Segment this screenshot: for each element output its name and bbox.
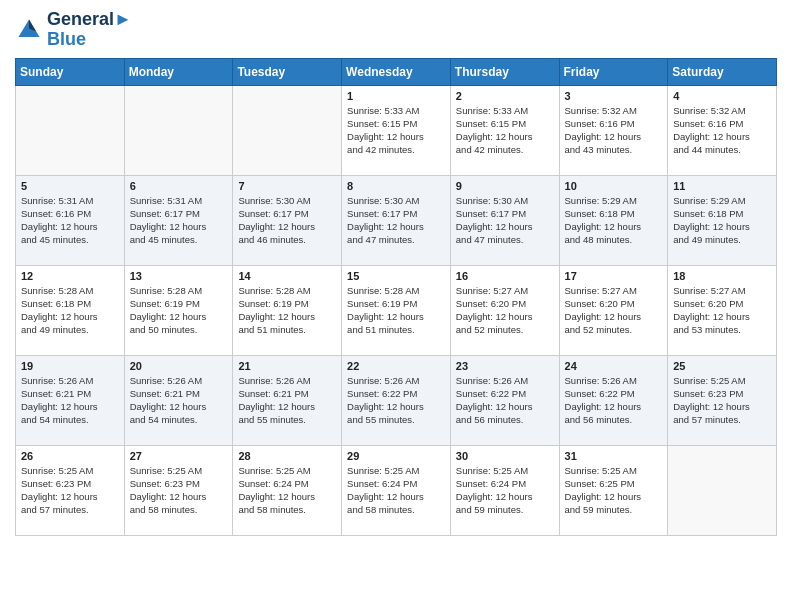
calendar-cell: 28Sunrise: 5:25 AMSunset: 6:24 PMDayligh…: [233, 445, 342, 535]
calendar-cell: 7Sunrise: 5:30 AMSunset: 6:17 PMDaylight…: [233, 175, 342, 265]
day-info: Sunrise: 5:31 AMSunset: 6:17 PMDaylight:…: [130, 194, 228, 247]
day-info: Sunrise: 5:27 AMSunset: 6:20 PMDaylight:…: [456, 284, 554, 337]
day-number: 9: [456, 180, 554, 192]
day-number: 8: [347, 180, 445, 192]
day-info: Sunrise: 5:28 AMSunset: 6:19 PMDaylight:…: [130, 284, 228, 337]
day-info: Sunrise: 5:29 AMSunset: 6:18 PMDaylight:…: [673, 194, 771, 247]
calendar-week-row: 1Sunrise: 5:33 AMSunset: 6:15 PMDaylight…: [16, 85, 777, 175]
day-number: 2: [456, 90, 554, 102]
calendar-cell: 15Sunrise: 5:28 AMSunset: 6:19 PMDayligh…: [342, 265, 451, 355]
day-info: Sunrise: 5:25 AMSunset: 6:24 PMDaylight:…: [238, 464, 336, 517]
day-info: Sunrise: 5:26 AMSunset: 6:22 PMDaylight:…: [565, 374, 663, 427]
weekday-header: Tuesday: [233, 58, 342, 85]
day-info: Sunrise: 5:25 AMSunset: 6:23 PMDaylight:…: [130, 464, 228, 517]
calendar-cell: 12Sunrise: 5:28 AMSunset: 6:18 PMDayligh…: [16, 265, 125, 355]
calendar-cell: [16, 85, 125, 175]
weekday-header: Monday: [124, 58, 233, 85]
day-number: 19: [21, 360, 119, 372]
day-info: Sunrise: 5:28 AMSunset: 6:18 PMDaylight:…: [21, 284, 119, 337]
day-info: Sunrise: 5:33 AMSunset: 6:15 PMDaylight:…: [347, 104, 445, 157]
day-info: Sunrise: 5:25 AMSunset: 6:25 PMDaylight:…: [565, 464, 663, 517]
calendar-cell: 18Sunrise: 5:27 AMSunset: 6:20 PMDayligh…: [668, 265, 777, 355]
weekday-header: Friday: [559, 58, 668, 85]
calendar-week-row: 19Sunrise: 5:26 AMSunset: 6:21 PMDayligh…: [16, 355, 777, 445]
day-info: Sunrise: 5:33 AMSunset: 6:15 PMDaylight:…: [456, 104, 554, 157]
calendar-table: SundayMondayTuesdayWednesdayThursdayFrid…: [15, 58, 777, 536]
page-header: General► Blue: [15, 10, 777, 50]
calendar-cell: 20Sunrise: 5:26 AMSunset: 6:21 PMDayligh…: [124, 355, 233, 445]
day-info: Sunrise: 5:25 AMSunset: 6:24 PMDaylight:…: [347, 464, 445, 517]
calendar-cell: 30Sunrise: 5:25 AMSunset: 6:24 PMDayligh…: [450, 445, 559, 535]
logo-text: General► Blue: [47, 10, 132, 50]
day-info: Sunrise: 5:31 AMSunset: 6:16 PMDaylight:…: [21, 194, 119, 247]
calendar-cell: 14Sunrise: 5:28 AMSunset: 6:19 PMDayligh…: [233, 265, 342, 355]
calendar-cell: 5Sunrise: 5:31 AMSunset: 6:16 PMDaylight…: [16, 175, 125, 265]
day-info: Sunrise: 5:28 AMSunset: 6:19 PMDaylight:…: [347, 284, 445, 337]
day-number: 14: [238, 270, 336, 282]
day-number: 23: [456, 360, 554, 372]
calendar-cell: [124, 85, 233, 175]
day-number: 16: [456, 270, 554, 282]
day-number: 29: [347, 450, 445, 462]
calendar-cell: 11Sunrise: 5:29 AMSunset: 6:18 PMDayligh…: [668, 175, 777, 265]
day-number: 18: [673, 270, 771, 282]
calendar-cell: [668, 445, 777, 535]
day-info: Sunrise: 5:27 AMSunset: 6:20 PMDaylight:…: [673, 284, 771, 337]
day-info: Sunrise: 5:25 AMSunset: 6:23 PMDaylight:…: [673, 374, 771, 427]
day-info: Sunrise: 5:25 AMSunset: 6:24 PMDaylight:…: [456, 464, 554, 517]
calendar-cell: 25Sunrise: 5:25 AMSunset: 6:23 PMDayligh…: [668, 355, 777, 445]
weekday-header: Thursday: [450, 58, 559, 85]
weekday-header-row: SundayMondayTuesdayWednesdayThursdayFrid…: [16, 58, 777, 85]
day-number: 26: [21, 450, 119, 462]
calendar-cell: 21Sunrise: 5:26 AMSunset: 6:21 PMDayligh…: [233, 355, 342, 445]
day-info: Sunrise: 5:32 AMSunset: 6:16 PMDaylight:…: [565, 104, 663, 157]
day-info: Sunrise: 5:29 AMSunset: 6:18 PMDaylight:…: [565, 194, 663, 247]
day-number: 20: [130, 360, 228, 372]
calendar-cell: 6Sunrise: 5:31 AMSunset: 6:17 PMDaylight…: [124, 175, 233, 265]
day-number: 10: [565, 180, 663, 192]
day-info: Sunrise: 5:25 AMSunset: 6:23 PMDaylight:…: [21, 464, 119, 517]
day-info: Sunrise: 5:26 AMSunset: 6:22 PMDaylight:…: [456, 374, 554, 427]
calendar-cell: 13Sunrise: 5:28 AMSunset: 6:19 PMDayligh…: [124, 265, 233, 355]
logo-icon: [15, 16, 43, 44]
day-number: 27: [130, 450, 228, 462]
day-number: 5: [21, 180, 119, 192]
calendar-cell: 31Sunrise: 5:25 AMSunset: 6:25 PMDayligh…: [559, 445, 668, 535]
day-number: 6: [130, 180, 228, 192]
calendar-cell: 24Sunrise: 5:26 AMSunset: 6:22 PMDayligh…: [559, 355, 668, 445]
calendar-cell: 2Sunrise: 5:33 AMSunset: 6:15 PMDaylight…: [450, 85, 559, 175]
day-info: Sunrise: 5:26 AMSunset: 6:21 PMDaylight:…: [238, 374, 336, 427]
calendar-cell: 19Sunrise: 5:26 AMSunset: 6:21 PMDayligh…: [16, 355, 125, 445]
calendar-cell: 8Sunrise: 5:30 AMSunset: 6:17 PMDaylight…: [342, 175, 451, 265]
day-number: 11: [673, 180, 771, 192]
calendar-week-row: 5Sunrise: 5:31 AMSunset: 6:16 PMDaylight…: [16, 175, 777, 265]
day-number: 30: [456, 450, 554, 462]
day-number: 1: [347, 90, 445, 102]
weekday-header: Saturday: [668, 58, 777, 85]
calendar-cell: 23Sunrise: 5:26 AMSunset: 6:22 PMDayligh…: [450, 355, 559, 445]
calendar-cell: 22Sunrise: 5:26 AMSunset: 6:22 PMDayligh…: [342, 355, 451, 445]
day-info: Sunrise: 5:26 AMSunset: 6:21 PMDaylight:…: [130, 374, 228, 427]
day-info: Sunrise: 5:30 AMSunset: 6:17 PMDaylight:…: [347, 194, 445, 247]
day-info: Sunrise: 5:28 AMSunset: 6:19 PMDaylight:…: [238, 284, 336, 337]
day-number: 4: [673, 90, 771, 102]
calendar-cell: 1Sunrise: 5:33 AMSunset: 6:15 PMDaylight…: [342, 85, 451, 175]
day-number: 17: [565, 270, 663, 282]
day-info: Sunrise: 5:26 AMSunset: 6:21 PMDaylight:…: [21, 374, 119, 427]
day-number: 21: [238, 360, 336, 372]
day-info: Sunrise: 5:27 AMSunset: 6:20 PMDaylight:…: [565, 284, 663, 337]
day-info: Sunrise: 5:30 AMSunset: 6:17 PMDaylight:…: [238, 194, 336, 247]
calendar-cell: 4Sunrise: 5:32 AMSunset: 6:16 PMDaylight…: [668, 85, 777, 175]
calendar-cell: 9Sunrise: 5:30 AMSunset: 6:17 PMDaylight…: [450, 175, 559, 265]
calendar-cell: 10Sunrise: 5:29 AMSunset: 6:18 PMDayligh…: [559, 175, 668, 265]
day-info: Sunrise: 5:32 AMSunset: 6:16 PMDaylight:…: [673, 104, 771, 157]
day-number: 13: [130, 270, 228, 282]
calendar-week-row: 26Sunrise: 5:25 AMSunset: 6:23 PMDayligh…: [16, 445, 777, 535]
calendar-cell: 29Sunrise: 5:25 AMSunset: 6:24 PMDayligh…: [342, 445, 451, 535]
calendar-cell: 27Sunrise: 5:25 AMSunset: 6:23 PMDayligh…: [124, 445, 233, 535]
day-number: 25: [673, 360, 771, 372]
day-info: Sunrise: 5:30 AMSunset: 6:17 PMDaylight:…: [456, 194, 554, 247]
day-number: 31: [565, 450, 663, 462]
calendar-cell: 26Sunrise: 5:25 AMSunset: 6:23 PMDayligh…: [16, 445, 125, 535]
weekday-header: Sunday: [16, 58, 125, 85]
